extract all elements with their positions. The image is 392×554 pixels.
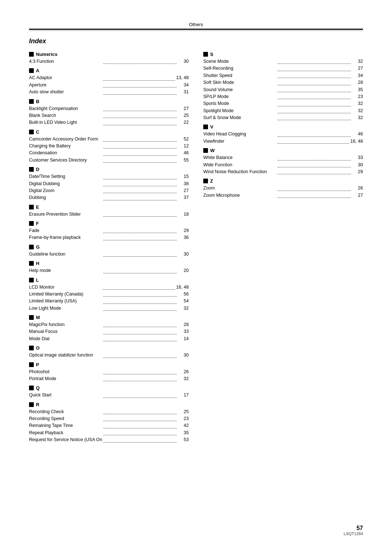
top-rule [29, 29, 363, 30]
entry-dots [278, 58, 351, 64]
entry-dots [103, 234, 177, 240]
entry-dots [103, 187, 177, 193]
entry-page: 20 [178, 267, 189, 274]
index-entry: Remaining Tape Time42 [29, 422, 189, 429]
section-square-icon [29, 52, 34, 57]
entry-name: Built-in LED Video Light [29, 119, 102, 126]
page: Others Index Numerics4:3 Function30AAC A… [0, 0, 392, 554]
entry-page: 29 [178, 227, 189, 234]
index-entry: Self-Recording27 [203, 65, 363, 72]
entry-page: 28 [178, 321, 189, 328]
entry-name: Manual Focus [29, 328, 102, 335]
entry-page: 30 [178, 251, 189, 258]
entry-page: 25 [178, 408, 189, 415]
section-header-g: G [29, 244, 189, 250]
entry-page: 17 [178, 392, 189, 399]
entry-dots [278, 162, 351, 167]
index-entry: Surf & Snow Mode32 [203, 114, 363, 121]
entry-name: Shutter Speed [203, 72, 277, 79]
entry-page: 25 [178, 112, 189, 119]
entry-name: Aperture [29, 82, 102, 89]
section-header-label: Q [36, 385, 40, 391]
entry-page: 38 [178, 180, 189, 187]
entry-name: Portrait Mode [29, 375, 102, 382]
entry-name: Video Head Clogging [203, 131, 277, 138]
entry-dots [103, 352, 177, 358]
index-entry: LCD Monitor16, 48 [29, 284, 189, 291]
entry-dots [103, 436, 177, 442]
entry-name: 4:3 Function [29, 58, 102, 65]
entry-name: Photoshot [29, 368, 102, 375]
entry-dots [103, 136, 177, 142]
entry-dots [103, 305, 177, 311]
entry-name: Backlight Compensation [29, 105, 102, 112]
section-header-label: V [210, 124, 213, 130]
entry-dots [103, 267, 177, 273]
entry-page: 35 [178, 429, 189, 436]
section-header-l: L [29, 277, 189, 283]
entry-name: Digital Dubbing [29, 180, 102, 187]
section-header-r: R [29, 402, 189, 407]
index-entry: Erasure Prevention Slider18 [29, 211, 189, 218]
entry-page: 23 [352, 93, 363, 100]
index-columns: Numerics4:3 Function30AAC Adaptor13, 48A… [29, 52, 363, 444]
entry-page: 27 [178, 105, 189, 112]
entry-page: 54 [178, 298, 189, 305]
entry-dots [103, 368, 177, 374]
entry-dots [278, 65, 351, 71]
index-title: Index [29, 37, 363, 45]
entry-page: 35 [352, 86, 363, 93]
entry-page: 52 [178, 136, 189, 143]
section-header-z: Z [203, 178, 363, 184]
section-square-icon [29, 362, 34, 367]
section-header-label: W [210, 148, 215, 153]
section-square-icon [203, 179, 208, 183]
entry-name: Help mode [29, 267, 102, 274]
index-entry: Aperture34 [29, 82, 189, 89]
right-column: SScene Mode32Self-Recording27Shutter Spe… [203, 52, 363, 199]
entry-name: Remaining Tape Time [29, 422, 102, 429]
index-entry: Guideline function30 [29, 251, 189, 258]
section-header-label: S [210, 52, 213, 57]
section-label: Others [29, 22, 363, 27]
entry-dots [103, 291, 177, 297]
entry-dots [103, 298, 177, 304]
entry-page: 36 [178, 234, 189, 241]
index-entry: AC Adaptor13, 48 [29, 74, 189, 81]
section-square-icon [29, 245, 34, 249]
entry-page: 26 [178, 368, 189, 375]
entry-dots [103, 251, 177, 257]
section-square-icon [29, 99, 34, 104]
entry-dots [103, 375, 177, 381]
entry-name: Limited Warranty (Canada) [29, 291, 102, 298]
entry-page: 29 [352, 168, 363, 175]
entry-name: Low Light Mode [29, 305, 102, 312]
entry-dots [103, 194, 177, 200]
entry-page: 46 [178, 150, 189, 156]
section-header-e: E [29, 204, 189, 210]
index-entry: Digital Dubbing38 [29, 180, 189, 187]
section-header-label: R [36, 402, 39, 407]
index-entry: Wide Function30 [203, 162, 363, 168]
index-entry: Soft Skin Mode28 [203, 79, 363, 86]
entry-page: 32 [352, 58, 363, 65]
entry-name: Camcorder Accessory Order Form [29, 136, 102, 143]
section-square-icon [29, 386, 34, 390]
section-header-label: G [36, 244, 40, 250]
index-entry: Charging the Battery12 [29, 143, 189, 150]
entry-dots [103, 321, 177, 327]
section-header-label: O [36, 345, 40, 351]
index-entry: Wind Noise Reduction Function29 [203, 168, 363, 175]
index-entry: Low Light Mode32 [29, 305, 189, 312]
index-entry: Help mode20 [29, 267, 189, 274]
entry-dots [103, 429, 177, 435]
section-header-label: Numerics [36, 52, 57, 57]
entry-page: 55 [178, 157, 189, 164]
entry-dots [103, 227, 177, 233]
entry-page: 30 [178, 58, 189, 65]
entry-page: 33 [352, 154, 363, 161]
section-header-label: A [36, 68, 39, 73]
entry-dots [278, 131, 351, 137]
entry-name: Wind Noise Reduction Function [203, 168, 277, 175]
entry-page: 30 [178, 352, 189, 359]
